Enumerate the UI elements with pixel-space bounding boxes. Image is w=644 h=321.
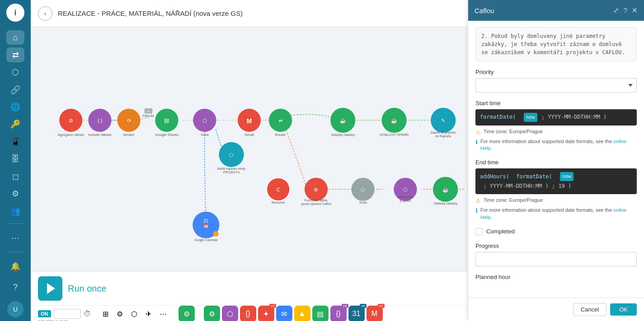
sidebar-item-help[interactable]: ?	[6, 278, 24, 296]
fav-zapier-badge: v3	[269, 304, 276, 308]
expand-icon[interactable]: ⤢	[613, 6, 619, 14]
svg-text:Tools: Tools	[201, 133, 209, 137]
scheduling-time-input[interactable]	[54, 309, 81, 319]
controls-icons: ⊞ ⚙ ⬡ ✈ ⋯	[100, 308, 169, 320]
controls-grid-button[interactable]: ⊞	[100, 308, 111, 320]
fav-code-wrap: {} v4	[330, 306, 347, 321]
svg-text:⬡: ⬡	[202, 118, 207, 123]
user-avatar[interactable]: U	[7, 301, 24, 317]
sidebar-divider	[6, 223, 24, 224]
sidebar-item-home[interactable]: ⌂	[6, 30, 24, 45]
fav-json-icon[interactable]: {}	[240, 306, 256, 321]
controls-group: ⊞ ⚙ ⬡ ✈ ⋯ CONTROLS	[100, 308, 169, 321]
sidebar-item-mobile[interactable]: 📱	[6, 135, 24, 149]
sidebar-item-link[interactable]: 🔗	[6, 82, 24, 97]
start-help-link[interactable]: online Help	[480, 139, 626, 151]
back-button[interactable]: ‹	[38, 6, 52, 21]
sidebar-item-bell[interactable]: 🔔	[6, 257, 24, 275]
panel-footer: Cancel OK	[468, 298, 644, 321]
sidebar-item-database[interactable]: 🗄	[6, 152, 24, 166]
scheduling-group: ON ⏱ SCHEDULING	[38, 309, 91, 321]
fav-zapier-wrap: ✦ v3	[258, 306, 274, 321]
end-time-code[interactable]: addHours( formatDate( now ; YYYY-MM-DDTH…	[475, 168, 637, 194]
flow-canvas[interactable]: ⚙ Agregace nářadí { } Include Nářadí ⟳ I…	[31, 27, 468, 271]
panel-header-icons: ⤢ ? ✕	[613, 6, 638, 14]
sidebar-item-key[interactable]: 🔑	[6, 117, 24, 131]
app-logo[interactable]: i	[6, 4, 24, 22]
priority-select[interactable]: Low Normal High	[475, 78, 637, 93]
fav-tools-icon[interactable]: ⚙	[204, 306, 220, 321]
on-badge[interactable]: ON	[38, 310, 51, 317]
sidebar-item-globe[interactable]: 🌐	[6, 100, 24, 114]
svg-text:31: 31	[203, 218, 209, 223]
fav-gmail-badge: v1	[378, 304, 384, 308]
svg-text:Zakázky zakázky: Zakázky zakázky	[331, 133, 355, 137]
start-time-label: Start time	[475, 100, 637, 107]
svg-text:do Raynetu: do Raynetu	[435, 135, 451, 138]
help-icon[interactable]: ?	[624, 6, 627, 14]
svg-text:⬡: ⬡	[403, 187, 408, 192]
controls-more-button[interactable]: ⋯	[157, 308, 169, 320]
fav-integromat-icon[interactable]: ⬡	[222, 306, 238, 321]
fav-sheets-icon[interactable]: ▤	[312, 306, 329, 321]
svg-text:☕: ☕	[391, 117, 397, 124]
page-title: REALIZACE - PRÁCE, MATERIÁL, NÁŘADÍ (nov…	[58, 9, 243, 17]
fav-mail-icon[interactable]: ✉	[276, 306, 292, 321]
sidebar-item-share[interactable]: ⇄	[6, 47, 24, 62]
sidebar-item-settings[interactable]: ⚙	[6, 186, 24, 201]
svg-text:Iterator: Iterator	[123, 133, 135, 137]
description-box: 2. Pokud byly domluveny jiné parametry z…	[475, 27, 637, 61]
svg-text:▤: ▤	[164, 117, 169, 124]
progress-label: Progress	[475, 242, 637, 249]
fav-calendar-wrap: 31 v4	[348, 306, 365, 321]
end-help-link[interactable]: online Help	[480, 207, 626, 219]
end-now-badge[interactable]: now	[560, 172, 573, 181]
priority-label: Priority	[475, 69, 637, 75]
fav-code-icon[interactable]: {}	[330, 306, 347, 321]
grid-icon: ⊞	[103, 310, 108, 318]
sidebar-item-more[interactable]: ⋯	[6, 229, 24, 247]
controls-shape-button[interactable]: ⬡	[128, 308, 140, 320]
fav-zapier-icon[interactable]: ✦	[258, 306, 274, 321]
start-time-code[interactable]: formatDate( now ; YYYY-MM-DDTHH:MM )	[475, 109, 637, 126]
scheduling-controls: ON ⏱	[38, 309, 91, 319]
fav-calendar-badge: v4	[360, 304, 366, 308]
svg-text:Zakázky zakázky: Zakázky zakázky	[433, 202, 457, 205]
run-label: Run once	[68, 284, 107, 294]
shape-icon: ⬡	[131, 310, 137, 318]
svg-text:Google Sheets: Google Sheets	[155, 133, 179, 137]
panel-header: Caflou ⤢ ? ✕	[468, 0, 644, 21]
start-help-text: For more information about supported dat…	[480, 138, 637, 152]
run-section: Run once	[31, 272, 468, 305]
svg-text:Resume: Resume	[272, 200, 285, 205]
scheduling-clock-icon[interactable]: ⏱	[84, 310, 91, 318]
svg-text:⇄: ⇄	[279, 118, 282, 123]
sidebar-item-cube[interactable]: ◻	[6, 169, 24, 184]
svg-text:spusti vytočení Caflou: spusti vytočení Caflou	[301, 202, 332, 206]
fav-gmail-icon[interactable]: M	[367, 306, 383, 321]
sidebar-item-users[interactable]: 👥	[6, 204, 24, 219]
sidebar-item-network[interactable]: ⬡	[6, 65, 24, 79]
controls-settings-button[interactable]: ⚙	[114, 308, 126, 320]
end-format-func: formatDate(	[516, 172, 552, 181]
sidebar-divider2	[6, 252, 24, 252]
start-now-badge[interactable]: now	[524, 113, 537, 122]
fav-calendar-icon[interactable]: 31	[348, 306, 365, 321]
cancel-button[interactable]: Cancel	[573, 303, 606, 316]
play-icon	[47, 283, 55, 294]
start-timezone-hint: ⚠ Time zone: Europe/Prague	[475, 128, 637, 135]
timezone-icon: ⚠	[475, 129, 481, 135]
controls-plane-button[interactable]: ✈	[143, 308, 154, 320]
completed-checkbox[interactable]	[475, 228, 483, 235]
start-sep: ; YYYY-MM-DDTHH:MM )	[538, 113, 607, 121]
svg-text:PROJEKTU: PROJEKTU	[223, 171, 240, 174]
fav-gmail-wrap: M v1	[367, 306, 383, 321]
progress-input[interactable]	[475, 252, 637, 266]
close-icon[interactable]: ✕	[632, 6, 638, 14]
tools-main-icon[interactable]: ⚙	[179, 306, 195, 321]
planned-hour-group: Planned hour	[475, 274, 637, 280]
ok-button[interactable]: OK	[610, 303, 637, 316]
run-once-button[interactable]	[38, 276, 62, 301]
svg-text:⬡: ⬡	[361, 187, 365, 192]
fav-drive-icon[interactable]: ▲	[294, 306, 310, 321]
